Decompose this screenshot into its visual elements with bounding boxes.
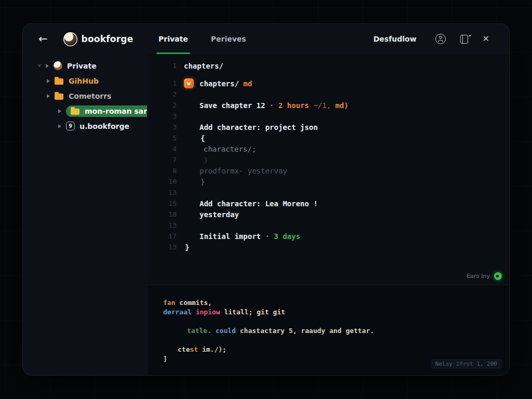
- file-badge-icon: 9: [66, 122, 75, 130]
- code-token: Add character: project json: [200, 123, 318, 131]
- line-number: 1: [148, 62, 177, 70]
- editor-status: Earo Iny: [467, 272, 502, 280]
- user-icon[interactable]: [435, 34, 446, 44]
- terminal-line: fan commits,: [163, 298, 500, 307]
- line-number: 18: [148, 210, 177, 218]
- line-number: 4: [148, 145, 177, 153]
- chevron-right-icon: [47, 79, 50, 83]
- editor-line: 2: [148, 89, 509, 100]
- terminal-token: cte: [178, 345, 190, 353]
- folder-icon: [55, 78, 63, 85]
- terminal-line: tatle. could chastactary 5, raaudy and g…: [163, 326, 500, 335]
- code-token: yesterday: [200, 210, 239, 219]
- sidebar-item-cometorrs[interactable]: Cometorrs: [23, 88, 147, 103]
- terminal-token: could: [216, 327, 236, 335]
- code-token: prodformx- yestervay: [200, 167, 287, 175]
- terminal-line: derraal inpiow litall; git git: [163, 307, 500, 316]
- editor-line: 3: [148, 111, 509, 122]
- line-content: Save chapter 12 · 2 hours ~/1, md): [184, 101, 349, 110]
- window-header: ← bookforge PrivatePerieves Desfudlow ✕: [23, 24, 509, 54]
- editor-line: 4characters/;: [148, 143, 509, 154]
- editor-line: 13: [148, 187, 509, 198]
- close-icon[interactable]: ✕: [483, 35, 489, 43]
- line-number: 2: [148, 90, 177, 98]
- line-number: 13: [148, 243, 177, 251]
- code-token: ~/1,: [309, 101, 336, 110]
- terminal-token: ]: [163, 355, 167, 363]
- code-token: 2 hours: [278, 101, 309, 110]
- editor-status-label: Earo Iny: [467, 273, 490, 280]
- editor-line: 13}: [148, 242, 509, 252]
- editor-line: 3Add character: project json: [148, 122, 509, 132]
- editor-line: 10}: [148, 176, 509, 187]
- editor-line: 2Save chapter 12 · 2 hours ~/1, md): [148, 100, 509, 111]
- editor-line: 15Add character: Lea Moreno !: [148, 198, 509, 209]
- code-token: chapters/: [200, 79, 239, 88]
- line-number: 8: [148, 167, 177, 175]
- terminal-token: litall;: [220, 308, 257, 316]
- code-token: 3 days: [274, 232, 300, 241]
- terminal-token: [211, 327, 216, 335]
- folder-icon: [71, 109, 79, 115]
- chevron-right-icon: [47, 94, 50, 98]
- line-number: 5: [148, 134, 177, 142]
- sidebar-item-gihhub[interactable]: GihHub: [23, 73, 147, 88]
- app-logo: bookforge: [63, 32, 134, 46]
- code-token: ): [204, 156, 208, 164]
- code-editor[interactable]: 1chapters/1wchapters/ md22Save chapter 1…: [148, 54, 509, 285]
- sidebar-item-mon-roman-sarah[interactable]: mon-roman sarah: [23, 103, 147, 118]
- sidebar-item-label: mon-roman sarah: [85, 107, 157, 115]
- action-button[interactable]: Desfudlow: [374, 35, 417, 43]
- sidebar-item-private[interactable]: Private: [23, 58, 147, 73]
- line-content: wchapters/ md: [184, 78, 252, 88]
- sidebar-item-label: Private: [67, 62, 97, 70]
- editor-line: 18yesterday: [148, 209, 509, 220]
- terminal-panel[interactable]: fan commits,derraal inpiow litall; git g…: [148, 285, 509, 375]
- code-token: }: [185, 243, 189, 251]
- line-content: ): [184, 156, 208, 164]
- status-dot-badge[interactable]: [494, 272, 502, 280]
- line-number: 17: [148, 232, 177, 240]
- terminal-line: ctest im./);: [163, 344, 500, 354]
- terminal-token: tatle.: [187, 327, 211, 335]
- line-number: 7: [148, 156, 177, 164]
- line-number: 2: [148, 101, 177, 109]
- sidebar-item-label: GihHub: [69, 77, 99, 85]
- line-content: Add character: project json: [184, 123, 318, 131]
- tab-private[interactable]: Private: [158, 24, 188, 54]
- tab-perieves[interactable]: Perieves: [211, 24, 246, 54]
- book-icon[interactable]: [460, 35, 468, 44]
- back-button[interactable]: ←: [38, 34, 48, 45]
- terminal-token: im./);: [198, 345, 227, 353]
- editor-line: 8prodformx- yestervay: [148, 165, 509, 176]
- tab-bar: PrivatePerieves: [158, 24, 246, 54]
- editor-line: 1chapters/: [148, 60, 509, 71]
- folder-icon: [55, 94, 63, 100]
- file-tree-sidebar: PrivateGihHubCometorrsmon-roman sarah9u.…: [23, 54, 147, 375]
- code-token: md: [239, 79, 252, 88]
- sidebar-item-label: u.bookforge: [79, 122, 129, 130]
- line-number: 13: [148, 189, 177, 196]
- terminal-token: commits,: [175, 299, 211, 307]
- terminal-status-label: Nelsy 1frst 1, 200: [431, 359, 502, 369]
- code-token: Initial import: [200, 232, 261, 241]
- line-content: Add character: Lea Moreno !: [184, 200, 318, 208]
- line-content: characters/;: [184, 145, 256, 153]
- line-content: prodformx- yestervay: [184, 167, 287, 175]
- code-token: {: [201, 134, 205, 142]
- app-window: ← bookforge PrivatePerieves Desfudlow ✕ …: [23, 24, 509, 375]
- line-content: }: [184, 243, 189, 251]
- sidebar-item-u-bookforge[interactable]: 9u.bookforge: [23, 118, 147, 134]
- header-left: ← bookforge: [23, 32, 147, 46]
- code-token: characters/;: [204, 145, 256, 153]
- chevron-right-icon: [58, 109, 61, 113]
- editor-line: 7): [148, 154, 509, 165]
- terminal-token: derraal: [163, 308, 192, 316]
- line-number: 3: [148, 112, 177, 120]
- terminal-token: fan: [163, 299, 175, 307]
- line-number: 15: [148, 200, 177, 207]
- line-number: 1: [148, 79, 177, 87]
- line-number: 13: [148, 221, 177, 229]
- code-token: ·: [265, 101, 278, 110]
- editor-line: 17Initial import · 3 days: [148, 231, 509, 242]
